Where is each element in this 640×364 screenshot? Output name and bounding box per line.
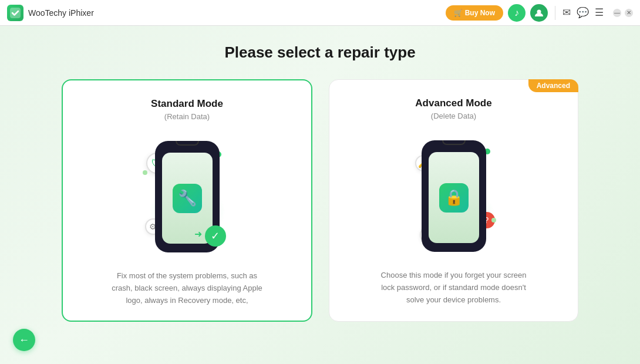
advanced-mode-subtitle: (Delete Data) [431, 112, 476, 120]
check-icon: ✓ [205, 225, 226, 247]
back-button[interactable]: ← [13, 329, 35, 351]
phone-screen-advanced: 🔒 [429, 152, 479, 243]
advanced-mode-title: Advanced Mode [415, 97, 491, 109]
user-avatar-icon[interactable] [530, 4, 548, 22]
advanced-mode-description: Choose this mode if you forget your scre… [378, 269, 530, 306]
back-arrow-icon: ← [19, 334, 29, 346]
app-logo [7, 5, 23, 21]
menu-icon[interactable]: ☰ [595, 6, 604, 19]
advanced-badge: Advanced [528, 79, 578, 92]
titlebar-divider [555, 6, 555, 20]
adv-green-dot-2 [491, 218, 496, 223]
titlebar-right: 🛒 Buy Now ♪ ✉ 💬 ☰ — ✕ [446, 4, 633, 22]
app-title: WooTechy iPhixer [28, 8, 94, 18]
window-controls: — ✕ [613, 9, 633, 17]
cards-container: Standard Mode (Retain Data) 🛡 ⚙ 🔧 ✓ [62, 79, 578, 322]
main-content: Please select a repair type Standard Mod… [0, 26, 640, 333]
titlebar-left: WooTechy iPhixer [7, 5, 94, 21]
titlebar: WooTechy iPhixer 🛒 Buy Now ♪ ✉ 💬 ☰ — ✕ [0, 0, 640, 26]
mail-icon[interactable]: ✉ [562, 6, 571, 19]
standard-mode-subtitle: (Retain Data) [164, 112, 210, 121]
phone-notch-adv [442, 140, 466, 145]
chat-icon[interactable]: 💬 [577, 6, 589, 19]
phone-notch [176, 141, 199, 146]
close-button[interactable]: ✕ [625, 9, 633, 17]
wrench-icon: 🔧 [173, 184, 202, 213]
phone-screen-standard: 🔧 [162, 153, 213, 244]
arrow-icon: ➜ [194, 228, 202, 240]
standard-mode-title: Standard Mode [151, 98, 223, 110]
advanced-phone-illustration: 🔑 🗑 ? 🔒 [407, 134, 501, 258]
music-icon[interactable]: ♪ [508, 4, 526, 22]
minimize-button[interactable]: — [613, 9, 621, 17]
toolbar-icons: ✉ 💬 ☰ [562, 6, 604, 19]
buy-now-button[interactable]: 🛒 Buy Now [446, 5, 503, 21]
lock-icon: 🔒 [439, 183, 469, 213]
phone-body-advanced: 🔒 [422, 140, 486, 252]
standard-mode-card[interactable]: Standard Mode (Retain Data) 🛡 ⚙ 🔧 ✓ [62, 79, 312, 322]
advanced-mode-card[interactable]: Advanced Advanced Mode (Delete Data) 🔑 🗑… [329, 79, 578, 322]
standard-mode-description: Fix most of the system problems, such as… [111, 270, 264, 306]
page-title: Please select a repair type [224, 43, 415, 62]
svg-rect-0 [10, 8, 21, 18]
standard-phone-illustration: 🛡 ⚙ 🔧 ✓ ➜ [140, 135, 234, 258]
green-dot-2 [143, 170, 147, 175]
